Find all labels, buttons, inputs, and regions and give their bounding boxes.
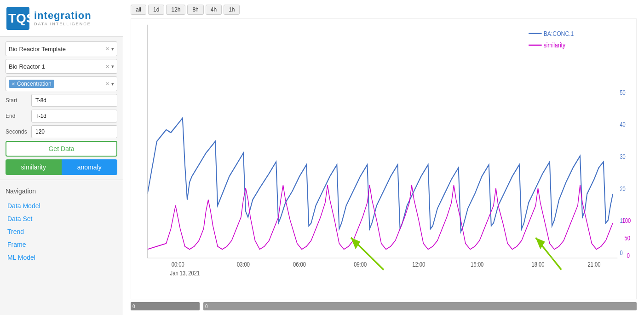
x-label-0300: 03:00 (237, 261, 250, 268)
svg-rect-2 (6, 23, 30, 31)
time-1h-button[interactable]: 1h (224, 5, 240, 15)
tag-dropdown-icons: ✕ ▾ (105, 81, 114, 87)
y-axis-right-20: 20 (620, 186, 625, 192)
scrollbar-right[interactable]: 0 (203, 302, 637, 310)
sidebar: TQS integration DATA INTELLIGENCE Bio Re… (0, 0, 123, 315)
nav-item-ml-model[interactable]: ML Model (6, 251, 117, 264)
template-arrow-icon[interactable]: ▾ (111, 46, 114, 52)
x-label-2100: 21:00 (588, 261, 601, 268)
start-label: Start (6, 97, 28, 104)
tag-clear-icon[interactable]: ✕ (12, 82, 15, 87)
time-4h-button[interactable]: 4h (206, 5, 222, 15)
tag-arrow-icon[interactable]: ▾ (111, 81, 114, 87)
logo-area: TQS integration DATA INTELLIGENCE (0, 0, 123, 37)
reactor-dropdown-icons: ✕ ▾ (105, 64, 114, 70)
end-field-row: End (6, 110, 117, 122)
reactor-label: Bio Reactor 1 (9, 63, 105, 70)
time-8h-button[interactable]: 8h (187, 5, 203, 15)
x-label-1800: 18:00 (532, 261, 545, 268)
svg-rect-3 (131, 19, 636, 299)
nav-item-data-model[interactable]: Data Model (6, 199, 117, 212)
navigation-title: Navigation (6, 187, 117, 195)
template-clear-icon[interactable]: ✕ (105, 46, 109, 52)
tqs-integration-label: integration (34, 10, 92, 21)
tag-remove-icon[interactable]: ✕ (105, 81, 109, 87)
navigation-area: Navigation Data Model Data Set Trend Fra… (0, 180, 123, 268)
scrollbar-area: 0 0 (131, 302, 637, 310)
toggle-row: similarity anomaly (6, 159, 117, 175)
main-content: all 1d 12h 8h 4h 1h (123, 0, 644, 315)
tag-item: ✕ Concentration (9, 80, 54, 88)
scrollbar-right-value: 0 (205, 304, 208, 309)
y-axis-sim-50: 50 (625, 235, 630, 242)
x-label-0600: 06:00 (293, 261, 306, 268)
y-axis-right-50: 50 (620, 89, 625, 96)
chart-svg: 50 40 30 20 10 0 0 50 100 00:00 Jan 13, … (131, 19, 636, 299)
reactor-clear-icon[interactable]: ✕ (105, 64, 109, 70)
seconds-input[interactable] (31, 125, 117, 138)
tqs-logo-icon: TQS (6, 6, 30, 31)
similarity-button[interactable]: similarity (6, 159, 62, 175)
legend-blue-label: BA:CONC.1 (544, 29, 574, 37)
x-label-date: Jan 13, 2021 (170, 270, 200, 277)
tqs-subtitle-label: DATA INTELLIGENCE (34, 22, 92, 26)
time-12h-button[interactable]: 12h (166, 5, 185, 15)
scrollbar-left[interactable]: 0 (131, 302, 200, 310)
nav-item-trend[interactable]: Trend (6, 225, 117, 238)
scrollbar-left-value: 0 (132, 304, 135, 309)
reactor-arrow-icon[interactable]: ▾ (111, 64, 114, 70)
time-1d-button[interactable]: 1d (148, 5, 164, 15)
start-input[interactable] (31, 94, 117, 107)
tqs-logo: TQS integration DATA INTELLIGENCE (6, 6, 92, 31)
anomaly-button[interactable]: anomaly (62, 159, 118, 175)
seconds-field-row: Seconds (6, 125, 117, 138)
get-data-button[interactable]: Get Data (6, 141, 117, 157)
end-input[interactable] (31, 110, 117, 122)
y-axis-sim-100: 100 (622, 217, 631, 224)
start-field-row: Start (6, 94, 117, 107)
chart-container: 50 40 30 20 10 0 0 50 100 00:00 Jan 13, … (131, 18, 637, 299)
template-dropdown-icons: ✕ ▾ (105, 46, 114, 52)
x-label-0000: 00:00 (172, 261, 184, 268)
nav-item-data-set[interactable]: Data Set (6, 212, 117, 225)
svg-text:TQS: TQS (8, 11, 30, 25)
tqs-text: integration DATA INTELLIGENCE (34, 10, 92, 26)
time-buttons: all 1d 12h 8h 4h 1h (131, 5, 637, 15)
x-label-1200: 12:00 (412, 261, 425, 268)
end-label: End (6, 113, 28, 119)
tag-row[interactable]: ✕ Concentration ✕ ▾ (6, 76, 117, 91)
reactor-dropdown[interactable]: Bio Reactor 1 ✕ ▾ (6, 59, 117, 74)
x-label-1500: 15:00 (471, 261, 483, 268)
y-axis-right-30: 30 (620, 153, 625, 160)
legend-magenta-label: similarity (544, 41, 565, 49)
template-dropdown[interactable]: Bio Reactor Template ✕ ▾ (6, 41, 117, 56)
nav-item-frame[interactable]: Frame (6, 238, 117, 251)
controls-area: Bio Reactor Template ✕ ▾ Bio Reactor 1 ✕… (0, 37, 123, 180)
x-label-0900: 09:00 (354, 261, 367, 268)
y-axis-right-40: 40 (620, 121, 625, 128)
tag-label: Concentration (17, 81, 52, 87)
time-all-button[interactable]: all (131, 5, 146, 15)
y-axis-sim-0: 0 (627, 252, 630, 259)
y-axis-right-0: 0 (620, 250, 622, 257)
template-label: Bio Reactor Template (9, 46, 105, 52)
seconds-label: Seconds (6, 128, 28, 135)
